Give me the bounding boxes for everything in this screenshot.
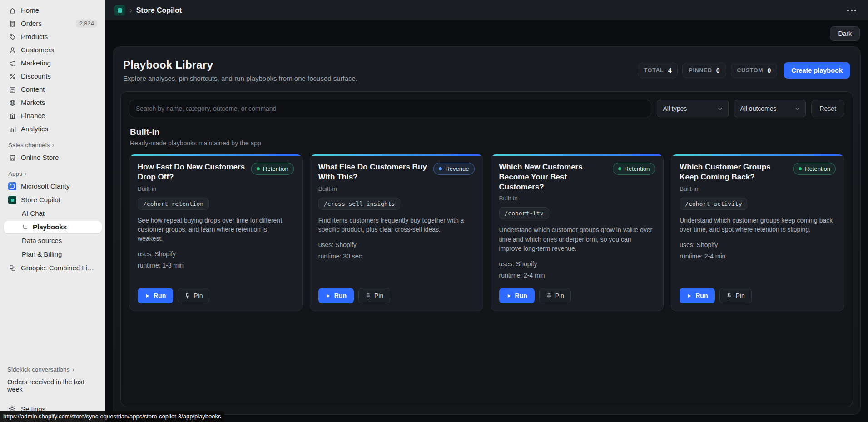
run-label: Run — [154, 292, 166, 299]
sidebar-item-orders[interactable]: Orders 2,824 — [4, 17, 102, 30]
sidebar-item-ai-chat[interactable]: AI Chat — [4, 207, 102, 220]
section-subtitle: Ready-made playbooks maintained by the a… — [130, 139, 843, 147]
sidebar-item-label: Groopie: Combined Listings — [21, 264, 97, 272]
sidebar-item-customers[interactable]: Customers — [4, 44, 102, 56]
sidebar-item-online-store[interactable]: Online Store — [4, 151, 102, 164]
run-button[interactable]: Run — [680, 288, 715, 303]
playbook-card: Which Customer Groups Keep Coming Back? … — [671, 154, 844, 311]
playbook-card: How Fast Do New Customers Drop Off? Rete… — [129, 154, 303, 311]
sales-channels-header[interactable]: Sales channels › — [0, 136, 105, 151]
playbook-description: Understand which customer groups keep co… — [680, 216, 836, 234]
sidebar-item-analytics[interactable]: Analytics — [4, 123, 102, 135]
stat-value: 0 — [767, 67, 771, 74]
badge-label: Retention — [625, 165, 650, 172]
tree-elbow-icon — [22, 224, 28, 230]
run-button[interactable]: Run — [318, 288, 354, 303]
app-topbar: › Store Copilot — [105, 0, 868, 21]
playbook-description: Understand which customer groups grow in… — [499, 225, 655, 253]
sidebar-item-microsoft-clarity[interactable]: Microsoft Clarity — [4, 180, 102, 193]
sidebar-item-label: Microsoft Clarity — [21, 182, 70, 190]
bank-icon — [8, 112, 16, 120]
search-input[interactable] — [129, 100, 651, 117]
play-icon — [687, 293, 692, 298]
playbook-card-grid: How Fast Do New Customers Drop Off? Rete… — [129, 154, 844, 311]
stat-custom[interactable]: CUSTOM 0 — [731, 63, 778, 78]
card-header: Which New Customers Become Your Best Cus… — [499, 162, 655, 192]
sidebar-item-label: Customers — [21, 46, 54, 54]
sidebar: Home Orders 2,824 Products Customers Mar… — [0, 0, 105, 422]
sidebar-item-label: Products — [21, 33, 48, 41]
sidebar-item-discounts[interactable]: Discounts — [4, 70, 102, 83]
playbook-library-panel: Playbook Library Explore analyses, pin s… — [113, 46, 861, 415]
run-label: Run — [515, 292, 527, 299]
playbook-meta: uses: Shopify runtime: 2-4 min — [680, 239, 836, 262]
stat-pinned[interactable]: PINNED 0 — [682, 63, 726, 78]
sidebar-item-label: Store Copilot — [21, 196, 60, 204]
reset-filters-button[interactable]: Reset — [811, 100, 844, 117]
badge-label: Revenue — [445, 165, 469, 172]
sidebar-item-content[interactable]: Content — [4, 83, 102, 96]
section-title: Built-in — [130, 127, 843, 137]
playbook-origin: Built-in — [499, 195, 655, 202]
sidebar-item-markets[interactable]: Markets — [4, 96, 102, 109]
sidebar-item-groopie[interactable]: Groopie: Combined Listings — [4, 262, 102, 274]
sidebar-item-marketing[interactable]: Marketing — [4, 57, 102, 70]
stat-total[interactable]: TOTAL 4 — [638, 63, 678, 78]
stat-value: 0 — [716, 67, 720, 74]
main-content: › Store Copilot Dark Playbook Library Ex… — [105, 0, 868, 422]
sidebar-item-finance[interactable]: Finance — [4, 109, 102, 122]
run-button[interactable]: Run — [138, 288, 173, 303]
sidebar-item-data-sources[interactable]: Data sources — [4, 234, 102, 247]
outcome-badge: Retention — [613, 163, 655, 175]
play-icon — [145, 293, 150, 298]
hero-actions: TOTAL 4 PINNED 0 CUSTOM 0 Create playboo… — [638, 62, 850, 79]
sidebar-item-label: Analytics — [21, 125, 48, 133]
run-button[interactable]: Run — [499, 288, 535, 303]
stat-label: TOTAL — [644, 67, 664, 74]
apps-header[interactable]: Apps › — [0, 164, 105, 179]
groopie-icon — [8, 264, 16, 272]
pin-icon — [546, 293, 552, 299]
card-header: Which Customer Groups Keep Coming Back? … — [680, 162, 836, 182]
select-value: All types — [663, 105, 687, 112]
sidebar-item-products[interactable]: Products — [4, 30, 102, 43]
chevron-right-icon: › — [52, 141, 55, 149]
sidebar-item-plan-billing[interactable]: Plan & Billing — [4, 248, 102, 261]
pin-button[interactable]: Pin — [539, 288, 571, 303]
card-actions: Run Pin — [680, 281, 836, 303]
more-actions-button[interactable] — [844, 7, 859, 14]
pin-button[interactable]: Pin — [358, 288, 390, 303]
sidebar-item-label: Content — [21, 85, 45, 94]
percent-icon — [8, 72, 16, 80]
theme-toggle-button[interactable]: Dark — [830, 26, 860, 41]
conversation-item[interactable]: Orders received in the last week — [0, 376, 105, 396]
conversation-label: Orders received in the last week — [7, 378, 84, 393]
playbook-title: How Fast Do New Customers Drop Off? — [138, 162, 247, 182]
sidekick-conversations-link[interactable]: Sidekick conversations › — [0, 362, 105, 376]
create-playbook-button[interactable]: Create playbook — [784, 62, 850, 79]
chevron-right-icon: › — [72, 366, 74, 373]
badge-dot-icon — [799, 167, 802, 170]
microsoft-clarity-icon — [8, 182, 16, 190]
pin-button[interactable]: Pin — [719, 288, 751, 303]
playbook-uses: uses: Shopify — [680, 239, 836, 251]
sidebar-item-home[interactable]: Home — [4, 4, 102, 17]
breadcrumb-app-title[interactable]: Store Copilot — [136, 6, 182, 15]
playbook-description: See how repeat buying drops over time fo… — [138, 216, 294, 243]
breadcrumb-chevron-icon: › — [129, 6, 132, 14]
page-title: Playbook Library — [123, 59, 357, 71]
sidebar-item-playbooks[interactable]: Playbooks — [4, 221, 102, 233]
badge-dot-icon — [618, 167, 621, 170]
sidebar-item-label: Discounts — [21, 72, 51, 80]
outcome-filter-select[interactable]: All outcomes — [734, 100, 806, 117]
card-actions: Run Pin — [318, 281, 475, 303]
orders-icon — [8, 20, 16, 28]
library-container: All types All outcomes Reset Built-in Re… — [120, 91, 853, 407]
playbook-command-chip: /cross-sell-insights — [318, 198, 401, 210]
pin-button[interactable]: Pin — [178, 288, 209, 303]
sidebar-item-label: Orders — [21, 20, 42, 28]
globe-icon — [8, 99, 16, 107]
type-filter-select[interactable]: All types — [657, 100, 729, 117]
sidebar-item-store-copilot[interactable]: Store Copilot — [4, 194, 102, 206]
tag-icon — [8, 33, 16, 41]
